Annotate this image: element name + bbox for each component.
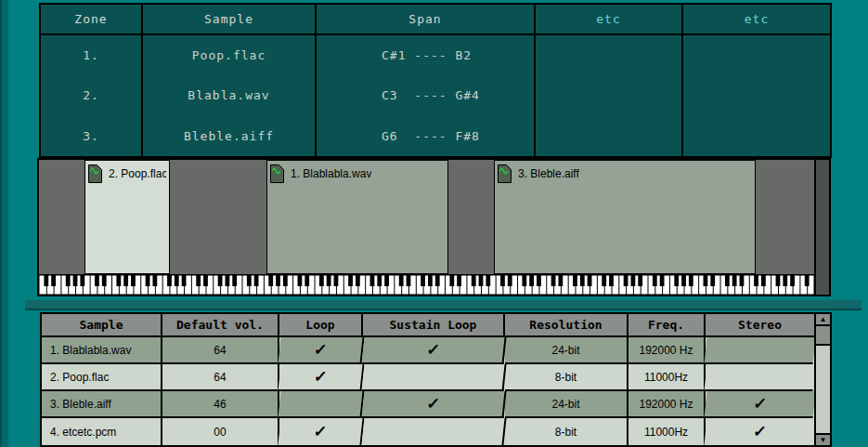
zone-region-label: 1. Blablabla.wav	[291, 167, 371, 180]
default-vol-cell[interactable]: 46	[162, 391, 279, 418]
sample-name: 1. Blablabla.wav	[50, 344, 131, 357]
zone-column: 1. 2. 3.	[41, 35, 143, 156]
freq-cell[interactable]: 11000Hz	[628, 364, 706, 391]
sustain-loop-checkbox[interactable]	[361, 418, 506, 445]
header-sample: Sample	[42, 314, 162, 337]
resolution-cell[interactable]: 24-bit	[505, 391, 628, 418]
note-span[interactable]: C3 ---- G#4	[317, 88, 534, 102]
scrollbar-track[interactable]	[816, 346, 830, 433]
header-loop: Loop	[279, 314, 363, 337]
section-divider-bar	[25, 300, 862, 310]
zone-table: Zone Sample Span etc etc 1. 2. 3. Poop.f…	[39, 3, 832, 158]
zone-region-label: 2. Poop.flac	[109, 167, 166, 180]
sustain-loop-checkbox[interactable]	[361, 364, 506, 391]
vertical-scrollbar[interactable]: ▲ ▼	[814, 314, 830, 445]
header-resolution: Resolution	[505, 314, 628, 337]
header-freq: Freq.	[628, 314, 706, 337]
sample-cell[interactable]: 4. etcetc.pcm	[42, 418, 162, 445]
freq-cell[interactable]: 192000 Hz	[628, 391, 706, 418]
zone-number[interactable]: 3.	[41, 129, 141, 143]
piano-keyboard-svg[interactable]	[39, 275, 814, 295]
loop-checkbox[interactable]: ✓	[278, 364, 364, 391]
header-sustain-loop: Sustain Loop	[363, 314, 505, 337]
header-stereo: Stereo	[706, 314, 814, 337]
zone-map-panel: 2. Poop.flac 1. Blablabla.wav 3. Bleble.…	[37, 158, 831, 296]
zone-table-header-span: Span	[317, 5, 536, 35]
etc-column-1	[536, 35, 683, 156]
scroll-down-icon: ▼	[820, 436, 827, 444]
zone-number[interactable]: 2.	[41, 88, 141, 102]
default-vol-cell[interactable]: 64	[162, 337, 279, 364]
sustain-loop-checkbox[interactable]: ✓	[361, 391, 506, 418]
default-vol-cell[interactable]: 00	[162, 418, 279, 445]
zone-region-blablabla[interactable]: 1. Blablabla.wav	[266, 160, 448, 274]
loop-checkbox[interactable]: ✓	[278, 337, 364, 364]
zone-map-right-strip[interactable]	[814, 160, 829, 295]
sample-name[interactable]: Blabla.wav	[143, 88, 315, 102]
default-vol-cell[interactable]: 64	[162, 364, 279, 391]
zone-region-bleble[interactable]: 3. Bleble.aiff	[494, 160, 756, 274]
sample-name: 2. Poop.flac	[50, 371, 109, 384]
note-span[interactable]: G6 ---- F#8	[317, 129, 534, 143]
freq-cell[interactable]: 192000 Hz	[628, 337, 706, 364]
loop-checkbox[interactable]: ✓	[278, 418, 364, 445]
sample-cell[interactable]: 1. Blablabla.wav	[42, 337, 162, 364]
resolution-cell[interactable]: 24-bit	[505, 337, 628, 364]
zone-table-header-sample: Sample	[143, 5, 317, 35]
stereo-checkbox[interactable]: ✓	[704, 418, 815, 445]
sustain-loop-checkbox[interactable]: ✓	[361, 337, 506, 364]
waveform-file-icon	[88, 164, 102, 183]
scrollbar-thumb[interactable]	[816, 326, 830, 346]
waveform-file-icon	[498, 164, 512, 183]
sample-properties-grid: Sample Default vol. Loop Sustain Loop Re…	[42, 314, 814, 445]
sample-properties-table: Sample Default vol. Loop Sustain Loop Re…	[40, 312, 832, 447]
piano-keyboard[interactable]	[39, 274, 814, 295]
etc-column-2	[683, 35, 830, 156]
scroll-up-button[interactable]: ▲	[816, 314, 830, 326]
zone-table-header-etc-2: etc	[683, 5, 830, 35]
resolution-cell[interactable]: 8-bit	[505, 418, 628, 445]
zone-table-header-etc-1: etc	[536, 5, 683, 35]
span-column: C#1 ---- B2 C3 ---- G#4 G6 ---- F#8	[317, 35, 536, 156]
sample-cell[interactable]: 3. Bleble.aiff	[42, 391, 162, 418]
sample-name[interactable]: Poop.flac	[143, 48, 315, 62]
sample-cell[interactable]: 2. Poop.flac	[42, 364, 162, 391]
sample-name: 3. Bleble.aiff	[50, 398, 111, 411]
stereo-checkbox[interactable]	[704, 337, 815, 364]
sample-name: 4. etcetc.pcm	[50, 426, 116, 439]
scroll-down-button[interactable]: ▼	[816, 433, 830, 445]
sampler-app-window: Zone Sample Span etc etc 1. 2. 3. Poop.f…	[0, 0, 868, 447]
freq-cell[interactable]: 11000Hz	[628, 418, 706, 445]
header-default-vol: Default vol.	[162, 314, 279, 337]
zone-table-header-zone: Zone	[41, 5, 143, 35]
zone-region-label: 3. Bleble.aiff	[518, 167, 579, 180]
resolution-cell[interactable]: 8-bit	[505, 364, 628, 391]
stereo-checkbox[interactable]: ✓	[704, 391, 815, 418]
window-left-edge	[0, 0, 8, 447]
zone-region-poop[interactable]: 2. Poop.flac	[84, 160, 170, 274]
note-span[interactable]: C#1 ---- B2	[317, 48, 534, 62]
loop-checkbox[interactable]	[278, 391, 364, 418]
waveform-file-icon	[270, 164, 284, 183]
sample-name[interactable]: Bleble.aiff	[143, 129, 315, 143]
zone-number[interactable]: 1.	[41, 48, 141, 62]
stereo-checkbox[interactable]	[704, 364, 815, 391]
scroll-up-icon: ▲	[820, 315, 827, 323]
sample-column: Poop.flac Blabla.wav Bleble.aiff	[143, 35, 317, 156]
